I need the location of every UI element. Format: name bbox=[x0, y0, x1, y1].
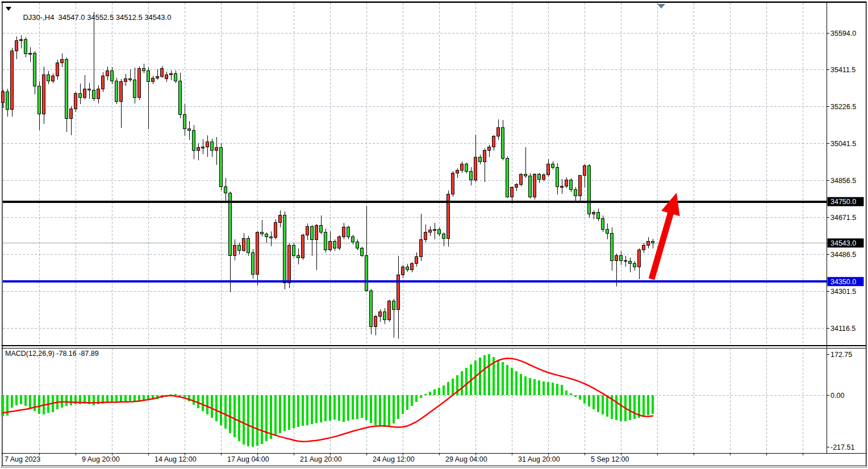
macd-histogram-bar bbox=[393, 395, 395, 424]
candle-bearish bbox=[556, 168, 559, 187]
candle-bearish bbox=[143, 68, 145, 71]
candle-bearish bbox=[270, 237, 273, 238]
candle-bullish bbox=[70, 109, 73, 119]
macd-histogram-bar bbox=[306, 395, 308, 425]
macd-histogram-bar bbox=[293, 395, 295, 428]
macd-histogram-bar bbox=[229, 395, 231, 433]
macd-histogram-bar bbox=[447, 382, 449, 395]
macd-histogram-bar bbox=[642, 395, 645, 417]
support-line bbox=[2, 280, 827, 283]
macd-histogram-bar bbox=[570, 393, 572, 395]
macd-histogram-bar bbox=[343, 395, 345, 422]
candle-bullish bbox=[647, 242, 650, 246]
candle-bullish bbox=[533, 175, 536, 197]
macd-histogram-bar bbox=[579, 395, 581, 400]
macd-histogram-bar bbox=[592, 395, 595, 409]
macd-histogram-bar bbox=[124, 395, 127, 401]
macd-histogram-bar bbox=[538, 380, 540, 395]
macd-histogram-bar bbox=[565, 391, 567, 395]
macd-histogram-bar bbox=[497, 360, 499, 395]
candle-bullish bbox=[156, 77, 159, 78]
candle-bullish bbox=[152, 78, 155, 82]
candle-bullish bbox=[497, 128, 500, 136]
candle-bullish bbox=[429, 230, 432, 233]
candle-bullish bbox=[452, 173, 454, 194]
macd-histogram-bar bbox=[129, 395, 131, 401]
macd-histogram-bar bbox=[502, 362, 504, 395]
candle-bearish bbox=[247, 239, 250, 253]
candle-bullish bbox=[279, 215, 282, 223]
candle-bearish bbox=[188, 128, 191, 131]
macd-histogram-bar bbox=[465, 368, 468, 395]
time-axis-label: 31 Aug 20:00 bbox=[518, 455, 560, 463]
macd-histogram-bar bbox=[515, 371, 518, 395]
macd-histogram-bar bbox=[202, 395, 204, 411]
macd-histogram-bar bbox=[20, 395, 22, 404]
macd-histogram-bar bbox=[274, 395, 277, 436]
macd-histogram-bar bbox=[315, 395, 318, 423]
candle-bearish bbox=[356, 242, 359, 248]
candle-bullish bbox=[488, 147, 491, 151]
candle-bearish bbox=[365, 256, 368, 291]
chart-canvas[interactable]: 35594.035411.535226.535041.534856.534671… bbox=[0, 0, 868, 469]
macd-histogram-bar bbox=[174, 394, 177, 395]
macd-histogram-bar bbox=[265, 395, 268, 441]
candle-bullish bbox=[15, 40, 18, 51]
macd-histogram-bar bbox=[633, 395, 636, 419]
macd-histogram-bar bbox=[588, 395, 590, 406]
candle-bullish bbox=[329, 242, 332, 250]
candle-bullish bbox=[233, 246, 236, 256]
candle-bullish bbox=[124, 79, 127, 82]
macd-histogram-bar bbox=[606, 395, 608, 417]
macd-histogram-bar bbox=[215, 395, 218, 421]
macd-histogram-bar bbox=[233, 395, 236, 437]
macd-histogram-bar bbox=[370, 395, 372, 423]
candle-bearish bbox=[502, 128, 504, 159]
macd-histogram-bar bbox=[602, 395, 604, 414]
triangle-down-icon[interactable] bbox=[6, 7, 11, 11]
price-axis-label: 35041.5 bbox=[831, 140, 856, 148]
macd-histogram-bar bbox=[247, 395, 249, 446]
candle-bearish bbox=[47, 75, 50, 81]
candle-bullish bbox=[388, 301, 391, 319]
macd-histogram-bar bbox=[193, 395, 195, 405]
macd-histogram-bar bbox=[479, 358, 481, 395]
candle-bearish bbox=[38, 86, 41, 114]
macd-histogram-bar bbox=[488, 354, 490, 395]
candle-bearish bbox=[479, 157, 482, 162]
macd-histogram-bar bbox=[506, 365, 508, 395]
candle-bearish bbox=[465, 164, 468, 172]
macd-histogram-bar bbox=[347, 395, 349, 421]
candle-bullish bbox=[411, 264, 414, 270]
time-axis-label: 9 Aug 20:00 bbox=[82, 455, 120, 463]
candle-bullish bbox=[274, 223, 277, 238]
candle-bullish bbox=[474, 157, 477, 180]
macd-histogram-bar bbox=[556, 384, 558, 395]
candle-bearish bbox=[238, 246, 241, 251]
price-axis-label: 34856.5 bbox=[831, 177, 856, 185]
candle-bullish bbox=[306, 227, 309, 235]
candle-bearish bbox=[383, 312, 386, 319]
candle-bullish bbox=[424, 232, 427, 239]
candle-bullish bbox=[415, 257, 418, 264]
candle-bearish bbox=[361, 248, 364, 256]
candle-bearish bbox=[311, 227, 314, 240]
macd-histogram-bar bbox=[374, 395, 377, 425]
macd-histogram-bar bbox=[574, 395, 577, 397]
macd-histogram-bar bbox=[629, 395, 631, 420]
macd-histogram-bar bbox=[647, 395, 649, 415]
macd-histogram-bar bbox=[15, 395, 18, 405]
macd-histogram-bar bbox=[115, 395, 118, 401]
candle-bearish bbox=[570, 180, 573, 190]
macd-histogram-bar bbox=[597, 395, 599, 412]
macd-histogram-bar bbox=[133, 395, 136, 401]
macd-histogram-bar bbox=[197, 395, 199, 408]
price-axis-label: 35411.5 bbox=[831, 66, 856, 74]
macd-histogram-bar bbox=[552, 383, 554, 395]
macd-histogram-bar bbox=[352, 395, 354, 420]
candle-bearish bbox=[574, 190, 577, 196]
candle-bearish bbox=[252, 253, 254, 275]
candle-bearish bbox=[88, 89, 91, 90]
macd-axis-label: -217.51 bbox=[831, 443, 854, 451]
candle-bearish bbox=[65, 59, 68, 119]
